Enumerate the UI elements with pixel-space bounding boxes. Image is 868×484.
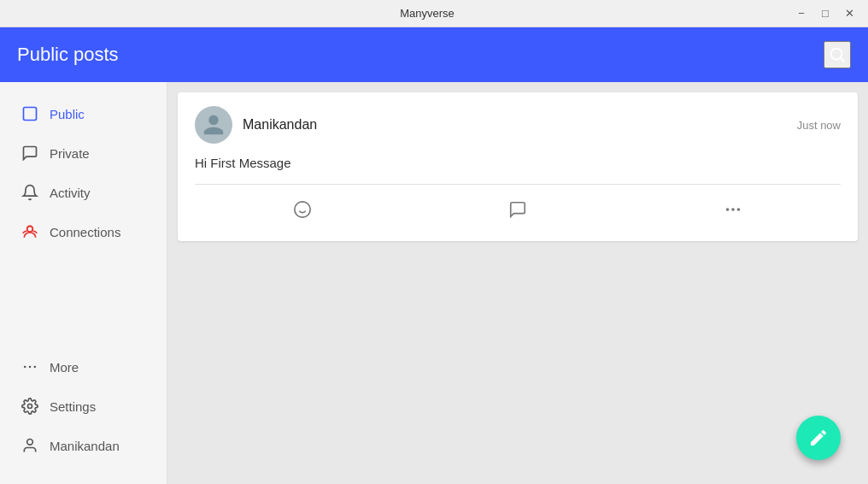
compose-fab[interactable] bbox=[796, 416, 841, 460]
app-container: Public posts Public bbox=[0, 27, 868, 484]
svg-point-8 bbox=[27, 440, 33, 446]
svg-point-7 bbox=[28, 404, 32, 409]
public-icon bbox=[21, 104, 39, 123]
svg-point-0 bbox=[831, 49, 842, 60]
edit-icon bbox=[808, 428, 829, 448]
sidebar-label-activity: Activity bbox=[50, 186, 91, 200]
sidebar-item-activity[interactable]: Activity bbox=[3, 174, 163, 210]
body-row: Public Private bbox=[0, 82, 868, 484]
post-divider bbox=[195, 184, 841, 185]
sidebar-top: Public Private bbox=[0, 96, 167, 250]
sidebar-item-connections[interactable]: Connections bbox=[3, 214, 163, 250]
close-button[interactable]: ✕ bbox=[841, 5, 858, 22]
sidebar-label-settings: Settings bbox=[50, 399, 96, 414]
page-title: Public posts bbox=[17, 44, 119, 66]
comment-icon bbox=[508, 200, 527, 219]
search-button[interactable] bbox=[824, 41, 851, 68]
search-icon bbox=[828, 45, 847, 64]
sidebar-item-profile[interactable]: Manikandan bbox=[3, 428, 163, 463]
sidebar-label-public: Public bbox=[50, 107, 85, 121]
private-icon bbox=[21, 144, 39, 162]
svg-point-6 bbox=[34, 366, 37, 369]
avatar bbox=[195, 106, 232, 144]
comment-button[interactable] bbox=[498, 195, 537, 224]
minimize-button[interactable]: − bbox=[793, 5, 810, 22]
svg-line-1 bbox=[841, 58, 844, 62]
sidebar-label-private: Private bbox=[50, 146, 90, 161]
svg-point-13 bbox=[731, 208, 735, 211]
sidebar-item-more[interactable]: More bbox=[3, 349, 163, 385]
more-button[interactable] bbox=[713, 195, 753, 224]
more-icon bbox=[21, 357, 39, 376]
svg-point-5 bbox=[29, 366, 32, 369]
svg-point-4 bbox=[24, 366, 26, 369]
more-dots-icon bbox=[724, 200, 742, 219]
sidebar-item-private[interactable]: Private bbox=[3, 135, 163, 171]
author-name: Manikandan bbox=[243, 117, 317, 133]
post-author: Manikandan bbox=[195, 106, 317, 144]
sidebar-label-more: More bbox=[50, 360, 79, 375]
activity-icon bbox=[21, 183, 39, 202]
post-time: Just now bbox=[797, 119, 841, 132]
svg-point-3 bbox=[27, 226, 33, 232]
svg-point-14 bbox=[737, 208, 741, 211]
post-card: Manikandan Just now Hi First Message bbox=[178, 92, 858, 241]
content-area: Manikandan Just now Hi First Message bbox=[167, 82, 868, 484]
sidebar-item-settings[interactable]: Settings bbox=[3, 388, 163, 424]
sidebar-label-connections: Connections bbox=[50, 225, 120, 239]
svg-rect-2 bbox=[24, 108, 37, 121]
titlebar: Manyverse − □ ✕ bbox=[0, 0, 868, 27]
post-content: Hi First Message bbox=[195, 154, 841, 174]
react-button[interactable] bbox=[283, 195, 322, 224]
window-controls: − □ ✕ bbox=[793, 5, 858, 22]
sidebar-item-public[interactable]: Public bbox=[3, 96, 163, 132]
sidebar-label-profile: Manikandan bbox=[50, 439, 120, 453]
app-title: Manyverse bbox=[62, 7, 793, 20]
profile-icon bbox=[21, 436, 39, 455]
svg-point-12 bbox=[726, 208, 730, 211]
svg-point-9 bbox=[295, 201, 310, 216]
post-actions bbox=[195, 192, 841, 227]
connections-icon bbox=[21, 222, 39, 241]
sidebar-bottom: More Settings bbox=[0, 349, 167, 470]
sidebar: Public Private bbox=[0, 82, 167, 484]
post-header: Manikandan Just now bbox=[195, 106, 841, 144]
emoji-icon bbox=[293, 200, 312, 219]
maximize-button[interactable]: □ bbox=[817, 5, 834, 22]
app-header: Public posts bbox=[0, 27, 868, 82]
settings-icon bbox=[21, 397, 39, 416]
